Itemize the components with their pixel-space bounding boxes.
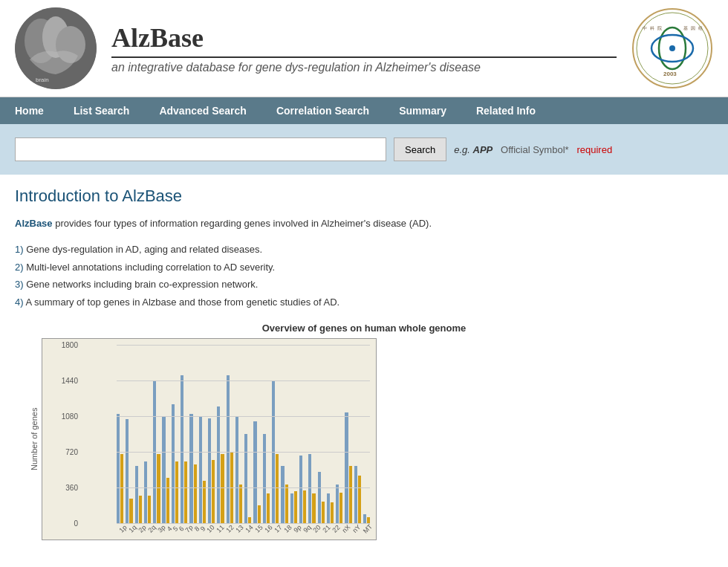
app-subtitle: an integrative database for gene dys-reg… bbox=[111, 61, 617, 74]
bar-group bbox=[363, 514, 370, 523]
logo-image: brain bbox=[15, 7, 97, 89]
grid-line bbox=[117, 380, 370, 381]
bar-gold bbox=[148, 496, 151, 523]
bar-gold bbox=[339, 493, 342, 523]
alz-brand: AlzBase bbox=[15, 218, 53, 229]
nav-item-summary[interactable]: Summary bbox=[384, 97, 461, 124]
x-label: 7p bbox=[184, 523, 195, 534]
bar-blue bbox=[263, 434, 266, 523]
main-content: Introduction to AlzBase AlzBase provides… bbox=[0, 175, 728, 552]
title-divider bbox=[111, 56, 617, 58]
bar-group bbox=[217, 406, 224, 523]
nav-item-related-info[interactable]: Related Info bbox=[461, 97, 550, 124]
bar-blue bbox=[208, 418, 211, 523]
nav-item-list-search[interactable]: List Search bbox=[59, 97, 144, 124]
svg-text:因: 因 bbox=[691, 26, 695, 30]
bar-blue bbox=[235, 417, 238, 523]
bar-gold bbox=[285, 485, 288, 523]
bar-group bbox=[199, 416, 206, 523]
bar-group bbox=[162, 416, 169, 523]
bar-group bbox=[208, 418, 215, 523]
y-tick: 1080 bbox=[62, 412, 78, 420]
hint-required: required bbox=[576, 144, 612, 155]
bar-gold bbox=[276, 454, 279, 523]
bar-gold bbox=[139, 496, 142, 523]
y-tick: 720 bbox=[65, 447, 78, 456]
bar-blue bbox=[299, 456, 302, 523]
x-label: nY bbox=[351, 523, 363, 534]
institute-logo: 2003 中 科 院 基 因 组 bbox=[631, 7, 713, 89]
bar-gold bbox=[157, 454, 160, 523]
y-tick: 1800 bbox=[62, 340, 78, 349]
svg-text:科: 科 bbox=[650, 26, 654, 30]
intro-title: Introduction to AlzBase bbox=[15, 187, 713, 206]
bar-blue bbox=[345, 412, 348, 523]
bar-group bbox=[244, 434, 251, 523]
search-section: Search e.g. APP Official Symbol* require… bbox=[0, 124, 728, 175]
grid-line bbox=[117, 416, 370, 417]
bar-blue bbox=[227, 375, 230, 523]
nav-item-correlation-search[interactable]: Correlation Search bbox=[261, 97, 384, 124]
nav-item-home[interactable]: Home bbox=[0, 97, 59, 124]
svg-text:院: 院 bbox=[657, 25, 662, 30]
grid-line bbox=[117, 345, 370, 346]
chart-area: Number of genes 1800144010807203600 1p1q… bbox=[30, 338, 698, 540]
bar-gold bbox=[248, 517, 251, 523]
bar-blue bbox=[172, 404, 175, 523]
y-tick: 1440 bbox=[62, 376, 78, 384]
bar-blue bbox=[189, 414, 192, 523]
app-title: AlzBase bbox=[111, 22, 617, 54]
bar-gold bbox=[129, 499, 132, 523]
search-hint: e.g. APP Official Symbol* required bbox=[454, 144, 612, 155]
grid-line bbox=[117, 523, 370, 524]
bar-blue bbox=[290, 493, 293, 523]
bar-blue bbox=[117, 414, 120, 523]
y-tick: 360 bbox=[65, 483, 78, 491]
bar-group bbox=[318, 472, 325, 523]
bar-group bbox=[227, 375, 233, 523]
grid-line bbox=[117, 487, 370, 488]
bar-blue bbox=[244, 434, 247, 523]
bar-blue bbox=[199, 416, 202, 523]
bar-group bbox=[135, 466, 142, 523]
feature-list: 1) Gene dys-regulation in AD, aging and … bbox=[15, 242, 713, 311]
x-axis-labels: 1p1q2p2q3p4567p891011121314151617189p9q2… bbox=[117, 523, 370, 534]
x-label: MT bbox=[362, 522, 374, 534]
bar-gold bbox=[312, 493, 315, 523]
hint-example: e.g. APP bbox=[454, 144, 493, 155]
bar-group bbox=[308, 454, 315, 523]
bar-gold bbox=[194, 464, 197, 523]
bar-blue bbox=[281, 466, 284, 523]
bar-group bbox=[126, 419, 132, 523]
list-num: 2) bbox=[15, 262, 24, 273]
search-input[interactable] bbox=[15, 137, 386, 161]
bar-gold bbox=[303, 490, 306, 523]
bar-blue bbox=[318, 472, 321, 523]
bar-blue bbox=[162, 416, 165, 523]
chart-border: 1800144010807203600 1p1q2p2q3p4567p89101… bbox=[42, 338, 377, 540]
svg-text:brain: brain bbox=[36, 77, 49, 83]
bar-group bbox=[253, 421, 260, 523]
list-item: 2) Multi-level annotations including cor… bbox=[15, 260, 713, 276]
navigation: HomeList SearchAdvanced SearchCorrelatio… bbox=[0, 97, 728, 124]
bar-gold bbox=[267, 493, 270, 523]
bar-gold bbox=[331, 502, 334, 523]
intro-body: AlzBase provides four types of informati… bbox=[15, 216, 713, 232]
bar-gold bbox=[212, 460, 215, 523]
list-item: 4) A summary of top genes in Alzbase and… bbox=[15, 295, 713, 311]
header: brain AlzBase an integrative database fo… bbox=[0, 0, 728, 97]
svg-text:2003: 2003 bbox=[663, 71, 677, 77]
bar-group bbox=[189, 414, 196, 523]
intro-body-text: provides four types of information regar… bbox=[53, 218, 432, 229]
bar-blue bbox=[144, 461, 147, 523]
list-item: 3) Gene networks including brain co-expr… bbox=[15, 277, 713, 293]
bar-chart bbox=[117, 345, 370, 523]
nav-item-advanced-search[interactable]: Advanced Search bbox=[144, 97, 261, 124]
chart-title: Overview of genes on human whole genome bbox=[30, 323, 698, 334]
list-item: 1) Gene dys-regulation in AD, aging and … bbox=[15, 242, 713, 258]
bar-group bbox=[263, 434, 270, 523]
svg-text:基: 基 bbox=[683, 26, 688, 30]
search-button[interactable]: Search bbox=[394, 137, 446, 161]
bar-gold bbox=[221, 454, 224, 523]
bar-group bbox=[235, 417, 242, 523]
